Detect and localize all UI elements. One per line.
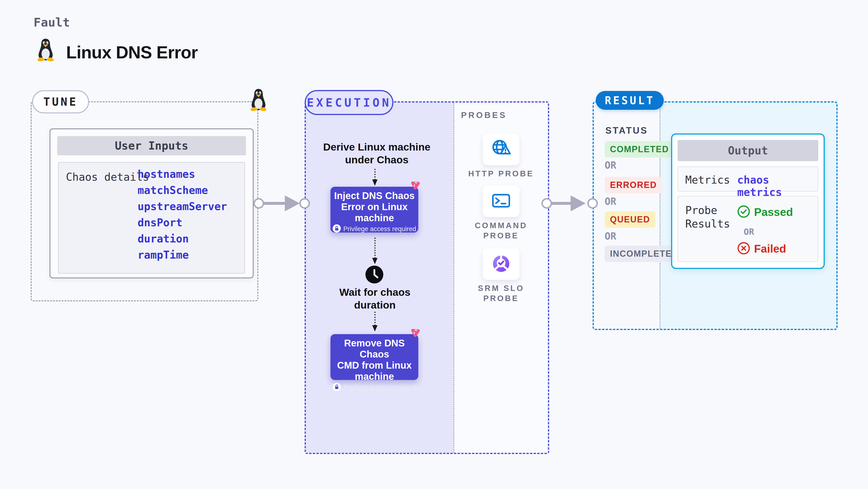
passed-text: Passed <box>754 205 793 219</box>
inject-node-title: Inject DNS Chaos Error on Linux machine <box>331 190 418 223</box>
flow-arrowhead-1 <box>372 180 377 186</box>
fault-kicker: Fault <box>34 15 70 29</box>
probes-label: PROBES <box>461 110 507 120</box>
execution-to-result-arrowhead <box>570 195 586 211</box>
check-circle-icon <box>737 205 750 219</box>
probe-results-row: Probe Results Passed OR <box>678 196 818 262</box>
lock-icon <box>333 224 341 233</box>
linux-tux-icon <box>36 38 55 62</box>
litmus-chaos-icon <box>409 326 422 340</box>
verdict-passed: Passed <box>737 205 793 219</box>
probe-or: OR <box>744 227 754 237</box>
flow-arrowhead-2 <box>372 258 377 264</box>
execution-output-port <box>541 198 552 209</box>
chaos-details-label: Chaos details <box>66 171 149 183</box>
http-probe-card <box>483 134 520 165</box>
inject-privilege-row: Privilege access required <box>331 224 418 233</box>
tune-output-port <box>253 198 264 209</box>
page-title: Linux DNS Error <box>66 42 198 62</box>
wait-clock-icon <box>366 266 383 285</box>
litmus-chaos-icon <box>409 178 422 193</box>
probe-results-label: Probe Results <box>685 204 730 231</box>
srm-slo-probe-label: SRM SLO PROBE <box>454 283 548 303</box>
status-heading: STATUS <box>606 125 648 136</box>
srm-slo-probe-card <box>483 249 520 280</box>
result-input-port <box>587 198 598 209</box>
derive-step-label: Derive Linux machine under Chaos <box>316 141 438 166</box>
command-probe-label: COMMAND PROBE <box>454 221 548 241</box>
flow-connector-3 <box>374 312 376 326</box>
status-badge-errored: ERRORED <box>604 177 662 193</box>
input-ramptime: rampTime <box>137 249 189 261</box>
input-matchscheme: matchScheme <box>137 184 208 196</box>
failed-text: Failed <box>754 242 786 255</box>
remove-node-title: Remove DNS Chaos CMD from Linux machine <box>331 337 418 382</box>
verdict-failed: Failed <box>737 242 786 256</box>
probe-item-command: COMMAND PROBE <box>454 186 548 241</box>
probe-item-srm-slo: SRM SLO PROBE <box>454 249 548 303</box>
status-or-2: OR <box>604 196 616 207</box>
inject-dns-chaos-node: Inject DNS Chaos Error on Linux machine … <box>331 187 418 233</box>
metrics-value-link: chaos metrics <box>737 174 818 198</box>
fault-diagram-canvas: Fault Linux DNS Error TUNE <box>0 0 868 489</box>
output-card: Output Metrics chaos metrics Probe Resul… <box>671 133 825 269</box>
input-hostnames: hostnames <box>137 168 195 180</box>
chaos-details-panel: Chaos details hostnames matchScheme upst… <box>58 162 245 273</box>
linux-tux-icon-small <box>249 88 268 112</box>
result-zone-pill: RESULT <box>596 91 664 110</box>
input-upstreamserver: upstreamServer <box>137 200 227 213</box>
remove-privilege-row: Privilege access required <box>331 383 418 392</box>
probes-pane: PROBES <box>454 102 548 453</box>
inject-privilege-text: Privilege access required <box>343 225 416 233</box>
lock-icon <box>333 383 341 392</box>
status-or-3: OR <box>604 231 616 242</box>
x-circle-icon <box>737 242 750 256</box>
execution-input-port <box>299 198 310 209</box>
command-probe-icon <box>490 189 513 214</box>
metrics-label: Metrics <box>685 173 730 187</box>
flow-arrowhead-3 <box>372 325 377 331</box>
input-duration: duration <box>137 233 189 245</box>
http-probe-icon <box>490 137 513 162</box>
metrics-row: Metrics chaos metrics <box>678 166 818 192</box>
execution-zone-pill: EXECUTION <box>305 90 394 115</box>
remove-privilege-text: Privilege access required <box>343 384 416 391</box>
status-or-1: OR <box>604 160 616 171</box>
user-inputs-header: User Inputs <box>57 136 246 155</box>
tune-zone-pill: TUNE <box>32 90 89 113</box>
output-card-header: Output <box>678 140 818 161</box>
user-inputs-card: User Inputs Chaos details hostnames matc… <box>50 128 254 279</box>
command-probe-card <box>483 186 520 217</box>
wait-step-label: Wait for chaos duration <box>316 286 434 312</box>
probe-item-http: HTTP PROBE <box>454 134 548 179</box>
http-probe-label: HTTP PROBE <box>454 169 548 179</box>
tune-to-execution-arrowhead <box>285 195 300 211</box>
status-badge-queued: QUEUED <box>604 211 655 228</box>
srm-slo-probe-icon <box>490 252 513 276</box>
status-badge-completed: COMPLETED <box>604 141 674 158</box>
flow-connector-2 <box>374 238 376 258</box>
remove-dns-chaos-node: Remove DNS Chaos CMD from Linux machine … <box>331 334 418 380</box>
input-dnsport: dnsPort <box>137 217 182 229</box>
flow-connector-1 <box>374 169 376 180</box>
